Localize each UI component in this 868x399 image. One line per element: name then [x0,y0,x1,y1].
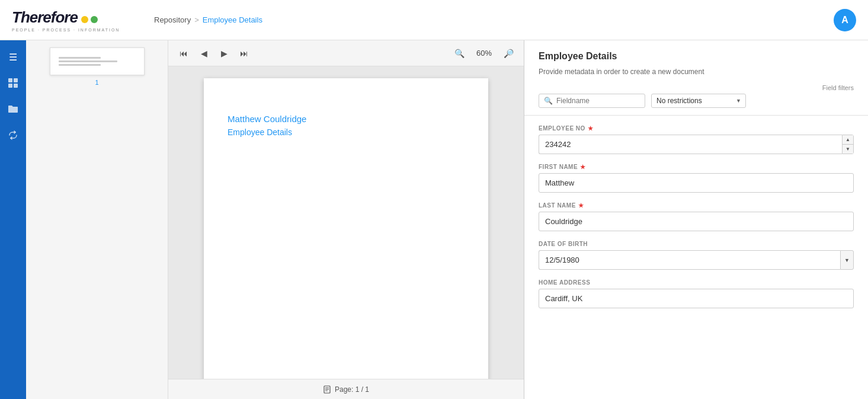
search-icon: 🔍 [544,97,553,105]
dob-label: DATE OF BIRTH [539,241,854,247]
metadata-title: Employee Details [539,51,854,62]
last-name-required: ★ [578,202,584,209]
logo-area: Therefore PEOPLE · PROCESS · INFORMATION [12,8,154,32]
filter-select[interactable]: No restrictions Active Inactive [651,94,746,108]
thumbnail-preview [55,53,139,70]
home-address-label: HOME ADDRESS [539,279,854,286]
filters-area: 🔍 No restrictions Active Inactive [539,94,854,108]
dob-wrapper: ▼ [539,250,854,270]
svg-rect-2 [8,84,12,88]
thumb-line-2 [59,60,117,62]
sidebar-icon-menu[interactable]: ☰ [2,46,24,68]
logo-text: Therefore [12,8,78,27]
field-filters-label: Field filters [539,84,854,91]
sidebar-icon-dashboard[interactable] [2,72,24,94]
home-address-group: HOME ADDRESS [539,279,854,308]
filter-select-wrapper[interactable]: No restrictions Active Inactive [651,94,746,108]
breadcrumb-current: Employee Details [203,15,262,24]
doc-page: Matthew Couldridge Employee Details [204,78,488,379]
fieldname-search[interactable]: 🔍 [539,94,645,108]
employee-no-label: EMPLOYEE NO ★ [539,125,854,132]
thumb-line-3 [59,64,101,66]
thumbnail-page-num: 1 [95,79,98,86]
svg-rect-0 [8,78,12,82]
last-name-label: LAST NAME ★ [539,202,854,209]
first-name-input[interactable] [539,173,854,193]
breadcrumb-repository: Repository [154,15,191,24]
viewer-content[interactable]: Matthew Couldridge Employee Details [168,66,524,379]
viewer-footer: Page: 1 / 1 [168,379,524,399]
dob-calendar-button[interactable]: ▼ [840,250,854,270]
dob-group: DATE OF BIRTH ▼ [539,241,854,270]
fieldname-input[interactable] [556,97,640,105]
breadcrumb: Repository > Employee Details [154,15,262,24]
metadata-subtitle: Provide metadata in order to create a ne… [539,68,854,76]
svg-rect-1 [14,78,18,82]
dot-green [91,16,98,23]
thumbnail-card[interactable] [50,47,145,75]
page-info: Page: 1 / 1 [335,385,369,394]
thumb-line-1 [59,57,101,59]
sidebar-icon-refresh[interactable] [2,125,24,146]
doc-viewer: ⏮ ◀ ▶ ⏭ 🔍 60% 🔎 Matthew Couldridge Emplo… [168,40,524,399]
svg-rect-3 [14,84,18,88]
page-icon [323,385,331,394]
breadcrumb-separator: > [194,15,199,24]
home-address-input[interactable] [539,289,854,308]
prev-page-button[interactable]: ◀ [196,45,212,62]
main-layout: ☰ [0,40,868,399]
last-name-group: LAST NAME ★ [539,202,854,231]
next-page-button[interactable]: ▶ [216,45,232,62]
first-name-group: FIRST NAME ★ [539,164,854,193]
first-page-button[interactable]: ⏮ [175,45,192,62]
employee-no-required: ★ [588,125,594,132]
sidebar-icon-folder[interactable] [2,98,24,120]
viewer-toolbar: ⏮ ◀ ▶ ⏭ 🔍 60% 🔎 [168,40,524,66]
doc-person-name: Matthew Couldridge [228,114,465,124]
metadata-form: EMPLOYEE NO ★ ▲ ▼ FIRST NAME ★ [524,116,868,327]
logo-dots [81,16,98,23]
last-name-input[interactable] [539,212,854,231]
topbar: Therefore PEOPLE · PROCESS · INFORMATION… [0,0,868,40]
zoom-in-icon[interactable]: 🔍 [451,45,468,62]
logo-subtitle: PEOPLE · PROCESS · INFORMATION [12,28,120,32]
employee-no-group: EMPLOYEE NO ★ ▲ ▼ [539,125,854,154]
first-name-required: ★ [580,164,586,170]
dot-yellow [81,16,88,23]
employee-no-spinbox[interactable]: ▲ ▼ [539,135,854,154]
metadata-panel: Employee Details Provide metadata in ord… [524,40,868,399]
thumbnail-panel: 1 [26,40,168,399]
metadata-header: Employee Details Provide metadata in ord… [524,40,868,116]
employee-no-down[interactable]: ▼ [843,145,853,154]
zoom-out-icon[interactable]: 🔎 [500,45,517,62]
employee-no-spin-buttons: ▲ ▼ [842,135,854,154]
employee-no-up[interactable]: ▲ [843,135,853,145]
first-name-label: FIRST NAME ★ [539,164,854,170]
employee-no-input[interactable] [539,135,842,154]
last-page-button[interactable]: ⏭ [236,45,252,62]
dob-input[interactable] [539,250,840,270]
user-avatar[interactable]: A [834,9,856,31]
zoom-level: 60% [476,49,492,58]
doc-type-title: Employee Details [228,127,465,137]
sidebar: ☰ [0,40,26,399]
